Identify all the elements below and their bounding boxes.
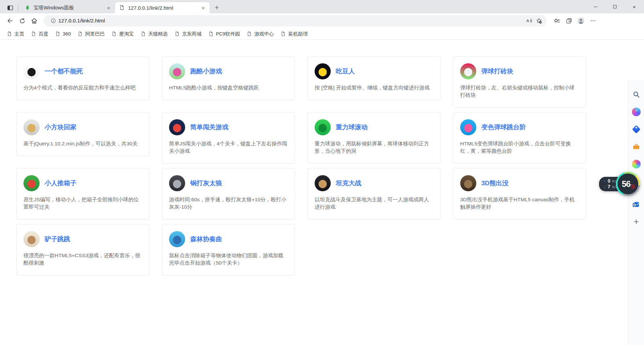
home-icon [31, 17, 38, 24]
sidebar-shopping-button[interactable] [631, 124, 642, 135]
favorites-star-icon [553, 17, 560, 24]
game-title-link[interactable]: 一个都不能死 [45, 67, 83, 76]
sidebar-copilot-button[interactable] [631, 106, 642, 118]
game-title-link[interactable]: 吃豆人 [336, 67, 355, 76]
bookmark-item[interactable]: 装机助理 [277, 29, 311, 39]
bookmark-page-icon [141, 31, 146, 37]
bookmark-label: 天猫精选 [148, 31, 168, 37]
bookmark-item[interactable]: PC9软件园 [205, 29, 244, 39]
tab-actions-icon [7, 4, 14, 11]
game-title-link[interactable]: 简单闯关游戏 [190, 123, 228, 132]
game-description: 鼠标点击消除箱子等物体使动物们团圆，游戏加载完毕点击开始游戏（50个关卡） [169, 252, 288, 267]
tab-divider [18, 4, 18, 11]
refresh-button[interactable] [16, 15, 28, 26]
minimize-button[interactable] [586, 0, 605, 13]
game-title-link[interactable]: 重力球滚动 [336, 123, 368, 132]
url-input[interactable] [58, 18, 524, 24]
sidebar-search-button[interactable] [631, 89, 642, 100]
bookmark-item[interactable]: 主页 [3, 29, 28, 39]
browser-toolbar: A [0, 13, 644, 28]
address-bar[interactable]: A [44, 15, 547, 26]
bookmark-item[interactable]: 京东商城 [171, 29, 205, 39]
game-card: 3D熊出没 3D熊出没手机游戏基于HTML5 canvas制作，手机触屏操作更好 [453, 168, 586, 219]
add-favorite-icon[interactable] [534, 16, 544, 25]
bookmark-label: 360 [63, 31, 71, 37]
collections-button[interactable] [563, 15, 575, 26]
game-description: 游戏时间:60s，拼手速，殴打灰太狼+10分，殴打小灰灰-10分 [169, 196, 288, 211]
game-title-link[interactable]: 小人推箱子 [45, 179, 76, 188]
read-aloud-icon[interactable]: A [524, 16, 534, 25]
system-monitor-widget[interactable]: ↑ 0 K/s ↓ 7 K/s 56 % [599, 172, 640, 196]
game-title-link[interactable]: 小方块回家 [45, 123, 76, 132]
settings-menu-button[interactable] [587, 15, 599, 26]
game-card: 锅打灰太狼 游戏时间:60s，拼手速，殴打灰太狼+10分，殴打小灰灰-10分 [162, 168, 295, 219]
game-icon [315, 119, 331, 135]
game-title-link[interactable]: 森林协奏曲 [190, 235, 222, 244]
search-icon [632, 90, 640, 98]
game-title-link[interactable]: 变色弹球跳台阶 [481, 123, 526, 132]
toolbox-icon [632, 143, 640, 151]
favorites-button[interactable] [551, 15, 563, 26]
game-title-link[interactable]: 锅打灰太狼 [190, 179, 222, 188]
game-title-link[interactable]: 跑酷小游戏 [190, 67, 222, 76]
maximize-button[interactable] [605, 0, 625, 13]
game-icon [315, 175, 331, 191]
sidebar-outlook-button[interactable] [631, 199, 642, 210]
tab-close-icon[interactable]: × [200, 4, 207, 11]
bookmark-item[interactable]: 爱淘宝 [108, 29, 137, 39]
game-card: 驴子跳跳 很漂亮的一款HTML5+CSS3游戏，还配有音乐，很酷很刺激 [16, 224, 149, 275]
bookmark-item[interactable]: 游戏中心 [243, 29, 277, 39]
bookmark-item[interactable]: 百度 [28, 29, 52, 39]
game-card: 重力球滚动 重力球滚动，用鼠标倾斜屏幕，将球体移动到正方形，当心地下的洞 [308, 112, 440, 163]
game-card: 弹球打砖块 弹球打砖块，左、右箭头键或移动鼠标，控制小球打砖块 [453, 56, 586, 108]
profile-button[interactable] [575, 15, 587, 26]
bookmark-item[interactable]: 天猫精选 [137, 29, 171, 39]
edge-sidebar [628, 80, 644, 345]
game-title-link[interactable]: 驴子跳跳 [45, 235, 70, 244]
game-title-link[interactable]: 弹球打砖块 [481, 67, 513, 76]
sidebar-tools-button[interactable] [631, 141, 642, 152]
game-title-link[interactable]: 3D熊出没 [481, 179, 508, 188]
game-description: 基于jQuery.1.10.2.min.js制作，可以选关，共30关 [23, 140, 142, 147]
game-card: 小人推箱子 原生JS编写，移动小人，把箱子全部推到小球的位置即可过关 [16, 168, 149, 219]
bookmark-page-icon [280, 31, 286, 37]
copilot-icon [632, 108, 641, 116]
bookmark-label: 游戏中心 [254, 31, 274, 37]
game-icon [460, 175, 476, 191]
game-description: HTML5变色弹球跳台阶小游戏，点击台阶可变换红，黄，紫等颜色台阶 [460, 140, 579, 155]
svg-text:A: A [527, 18, 529, 23]
game-description: 很漂亮的一款HTML5+CSS3游戏，还配有音乐，很酷很刺激 [23, 252, 142, 267]
bookmark-page-icon [55, 31, 60, 37]
game-title-link[interactable]: 坦克大战 [336, 179, 361, 188]
game-icon [169, 119, 185, 135]
bookmark-label: 主页 [14, 31, 24, 37]
home-button[interactable] [28, 15, 40, 26]
bookmark-page-icon [31, 31, 36, 37]
game-icon [23, 119, 40, 135]
bookmark-item[interactable]: 360 [52, 29, 74, 38]
usage-percent: 56 [622, 179, 631, 189]
toolbar-right-buttons [551, 15, 599, 26]
game-description: 以坦克战斗及保卫基地为主题，可一人游戏或两人进行游戏 [315, 196, 433, 211]
new-tab-button[interactable] [212, 3, 222, 12]
sidebar-add-button[interactable] [631, 216, 642, 227]
site-info-icon[interactable] [48, 16, 58, 25]
sidebar-games-button[interactable] [631, 158, 642, 170]
bookmark-page-icon [111, 31, 117, 37]
game-card: 跑酷小游戏 HTML5跑酷小游戏，按键盘空格键跳跃 [162, 56, 295, 100]
bookmark-label: 爱淘宝 [119, 31, 134, 37]
tab-actions-button[interactable] [3, 2, 17, 13]
tab-current-page[interactable]: 127.0.0.1/link/2.html × [115, 2, 210, 13]
download-arrow-icon: ↓ [604, 185, 606, 189]
game-description: 重力球滚动，用鼠标倾斜屏幕，将球体移动到正方形，当心地下的洞 [315, 140, 433, 155]
game-icon [23, 231, 40, 247]
bookmark-item[interactable]: 阿里巴巴 [74, 29, 108, 39]
close-button[interactable]: × [625, 0, 644, 13]
tab-baota-panel[interactable]: 宝塔Windows面板 × [20, 2, 115, 13]
back-button[interactable] [4, 15, 16, 26]
bookmark-label: 百度 [39, 31, 48, 37]
usage-gauge[interactable]: 56 % [616, 172, 640, 196]
game-card: 简单闯关游戏 简单JS闯关小游戏，4个关卡，键盘上下左右操作闯关小游戏 [162, 112, 295, 163]
tab-close-icon[interactable]: × [105, 4, 112, 11]
upload-arrow-icon: ↑ [604, 179, 606, 184]
